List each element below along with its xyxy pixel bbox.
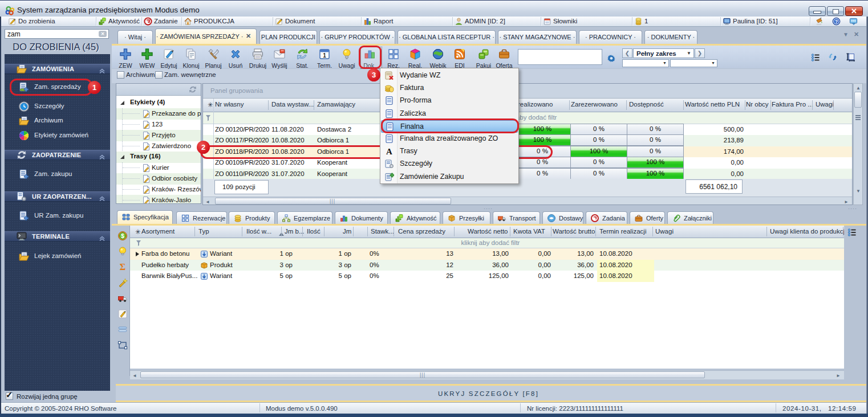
- svg-text:1: 1: [323, 52, 326, 59]
- svg-text:$: $: [121, 233, 124, 239]
- svg-text:A: A: [386, 147, 392, 156]
- svg-text:Σ: Σ: [120, 262, 125, 272]
- svg-text:?: ?: [835, 19, 838, 24]
